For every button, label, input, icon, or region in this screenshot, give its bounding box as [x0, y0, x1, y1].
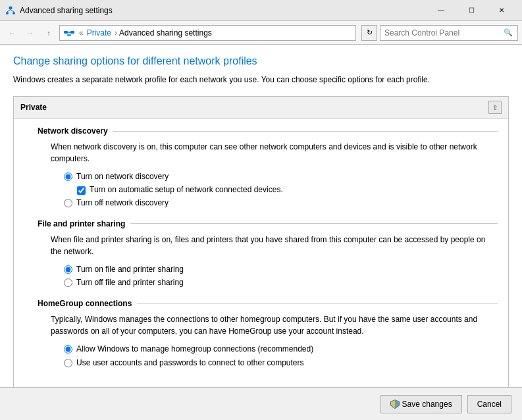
nd-off-option: Turn off network discovery: [64, 197, 498, 209]
forward-button[interactable]: →: [22, 25, 38, 41]
fp-on-label: Turn on file and printer sharing: [76, 264, 184, 275]
breadcrumb-sep-1: «: [79, 28, 84, 38]
nd-on-label: Turn on network discovery: [76, 171, 169, 182]
svg-point-2: [13, 12, 15, 14]
file-printer-subsection: File and printer sharing When file and p…: [38, 219, 498, 289]
search-button[interactable]: 🔍: [503, 28, 513, 38]
svg-line-3: [7, 9, 11, 12]
file-printer-title: File and printer sharing: [38, 219, 125, 228]
minimize-button[interactable]: —: [426, 0, 456, 21]
hg-windows-label: Allow Windows to manage homegroup connec…: [76, 344, 313, 355]
nd-on-radio[interactable]: [64, 172, 72, 181]
window-title: Advanced sharing settings: [20, 6, 426, 15]
main-container: Change sharing options for different net…: [0, 45, 522, 420]
hg-user-option: Use user accounts and passwords to conne…: [64, 357, 498, 369]
nd-off-radio[interactable]: [64, 199, 72, 207]
private-section-toggle[interactable]: ⇧: [488, 101, 502, 114]
private-section-content: Network discovery When network discovery…: [14, 118, 508, 387]
fp-off-option: Turn off file and printer sharing: [64, 277, 498, 288]
page-title: Change sharing options for different net…: [13, 55, 509, 67]
search-box: 🔍: [380, 25, 518, 41]
homegroup-options: Allow Windows to manage homegroup connec…: [64, 344, 498, 369]
svg-point-1: [6, 12, 9, 14]
nd-auto-label: Turn on automatic setup of network conne…: [90, 185, 283, 194]
maximize-button[interactable]: ☐: [456, 0, 486, 21]
file-printer-desc: When file and printer sharing is on, fil…: [51, 234, 498, 257]
homegroup-title: HomeGroup connections: [38, 299, 132, 308]
bottom-bar: Save changes Cancel: [0, 387, 522, 420]
breadcrumb-sep-2: ›: [115, 28, 117, 38]
search-input[interactable]: [384, 28, 503, 38]
address-bar: ← → ↑ « Private › Advanced sharing setti…: [0, 21, 522, 45]
svg-rect-8: [67, 34, 71, 36]
cancel-button[interactable]: Cancel: [467, 395, 511, 413]
svg-point-0: [9, 6, 13, 9]
homegroup-desc: Typically, Windows manages the connectio…: [51, 313, 498, 337]
nd-off-label: Turn off network discovery: [76, 197, 169, 209]
svg-rect-6: [70, 31, 74, 34]
file-printer-options: Turn on file and printer sharing Turn of…: [64, 264, 498, 289]
network-icon: [64, 28, 74, 38]
fp-off-label: Turn off file and printer sharing: [76, 277, 184, 288]
fp-off-radio[interactable]: [64, 278, 72, 287]
window-controls: — ☐ ✕: [426, 0, 517, 21]
private-section-header[interactable]: Private ⇧: [14, 97, 508, 118]
private-section-title: Private: [20, 103, 47, 112]
back-button[interactable]: ←: [4, 25, 20, 41]
shield-icon: [390, 400, 400, 409]
content-area: Change sharing options for different net…: [0, 45, 522, 420]
fp-on-option: Turn on file and printer sharing: [64, 264, 498, 275]
file-printer-divider: [130, 223, 498, 224]
close-button[interactable]: ✕: [486, 0, 517, 21]
network-discovery-divider: [113, 131, 498, 132]
network-discovery-subsection: Network discovery When network discovery…: [38, 126, 498, 209]
nd-auto-option: Turn on automatic setup of network conne…: [77, 185, 498, 195]
hg-windows-option: Allow Windows to manage homegroup connec…: [64, 344, 498, 355]
svg-line-4: [11, 9, 14, 12]
save-button[interactable]: Save changes: [380, 395, 462, 413]
network-discovery-options: Turn on network discovery Turn on automa…: [64, 171, 498, 209]
hg-user-radio[interactable]: [64, 359, 72, 367]
network-discovery-desc: When network discovery is on, this compu…: [51, 141, 498, 165]
save-button-label: Save changes: [402, 400, 452, 409]
breadcrumb-item-2: Advanced sharing settings: [119, 28, 212, 38]
app-icon: [5, 5, 16, 16]
network-discovery-header: Network discovery: [38, 126, 498, 136]
homegroup-header: HomeGroup connections: [38, 299, 498, 308]
homegroup-subsection: HomeGroup connections Typically, Windows…: [38, 299, 498, 369]
refresh-button[interactable]: ↻: [361, 25, 377, 41]
nd-on-option: Turn on network discovery: [64, 171, 498, 182]
hg-user-label: Use user accounts and passwords to conne…: [76, 357, 304, 369]
file-printer-header: File and printer sharing: [38, 219, 498, 228]
breadcrumb[interactable]: « Private › Advanced sharing settings: [59, 25, 356, 41]
up-button[interactable]: ↑: [41, 25, 57, 41]
fp-on-radio[interactable]: [64, 265, 72, 274]
svg-rect-5: [64, 31, 68, 34]
private-section: Private ⇧ Network discovery When network…: [13, 96, 509, 388]
page-description: Windows creates a separate network profi…: [13, 74, 509, 86]
breadcrumb-item-1[interactable]: Private: [87, 28, 111, 38]
title-bar: Advanced sharing settings — ☐ ✕: [0, 0, 522, 21]
nd-auto-checkbox[interactable]: [77, 186, 86, 195]
homegroup-divider: [137, 303, 498, 304]
network-discovery-title: Network discovery: [38, 126, 108, 136]
hg-windows-radio[interactable]: [64, 345, 72, 354]
